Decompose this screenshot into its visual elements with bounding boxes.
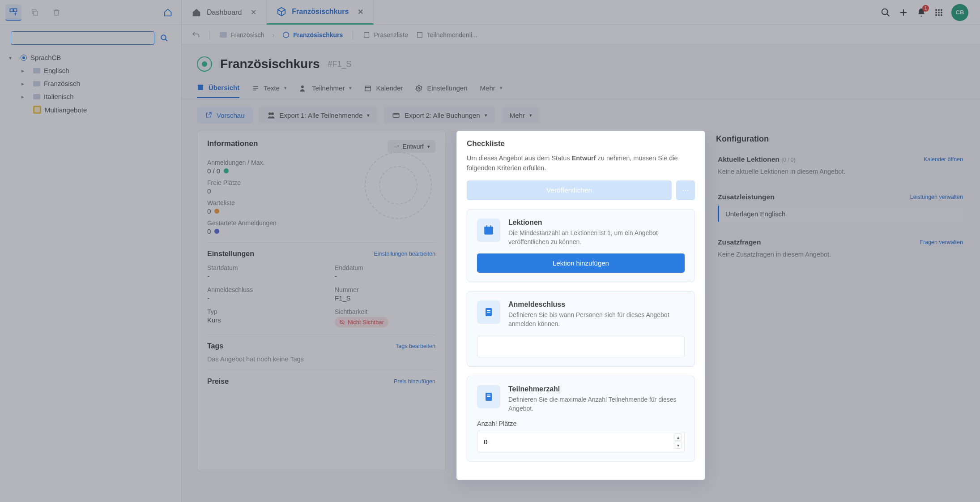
chevron-down-icon: ▾ (367, 112, 370, 118)
calendar-icon (477, 219, 500, 242)
subtab-overview[interactable]: Übersicht (197, 78, 239, 98)
info-title: Informationen (207, 139, 258, 148)
back-icon[interactable] (192, 31, 200, 39)
svg-rect-12 (938, 9, 939, 10)
svg-rect-32 (484, 227, 493, 229)
home-tool[interactable] (160, 4, 176, 21)
status-indicator-icon (197, 56, 212, 72)
svg-rect-16 (941, 12, 942, 13)
subtab-texts[interactable]: Texte▾ (252, 79, 287, 97)
chevron-down-icon: ▾ (349, 85, 352, 91)
avatar[interactable]: CB (951, 4, 968, 21)
more-actions-button[interactable]: Mehr▾ (502, 107, 540, 124)
add-icon[interactable] (899, 8, 908, 17)
checklist-intro: Um dieses Angebot aus dem Status Entwurf… (467, 154, 695, 173)
svg-rect-1 (14, 9, 17, 12)
manage-questions-link[interactable]: Fragen verwalten (920, 239, 963, 245)
svg-rect-21 (417, 32, 422, 37)
stepper-up-icon[interactable]: ▴ (674, 433, 682, 441)
tree-item-englisch[interactable]: ▸Englisch (20, 64, 174, 77)
svg-rect-33 (486, 225, 487, 227)
svg-point-7 (882, 9, 888, 14)
chevron-down-icon: ▾ (9, 55, 17, 61)
manage-extras-link[interactable]: Leistungen verwalten (910, 194, 963, 200)
tab-dashboard[interactable]: Dashboard ✕ (182, 0, 267, 25)
preview-button[interactable]: Vorschau (197, 107, 253, 124)
svg-rect-40 (487, 396, 490, 397)
copy-tool[interactable] (27, 4, 43, 21)
main: Dashboard ✕ Französischkurs ✕ 1 CB Franz… (182, 0, 980, 502)
svg-rect-39 (487, 395, 490, 395)
open-calendar-link[interactable]: Kalender öffnen (924, 156, 963, 163)
subtab-more[interactable]: Mehr▾ (480, 79, 503, 97)
status-dropdown[interactable]: Entwurf ▾ (388, 140, 435, 153)
dot-green-icon (224, 168, 229, 173)
svg-rect-14 (936, 12, 937, 13)
svg-rect-22 (198, 85, 203, 90)
chevron-right-icon: ▸ (21, 94, 30, 100)
close-icon[interactable]: ✕ (251, 8, 256, 17)
crumb-course[interactable]: Französischkurs (282, 31, 343, 39)
svg-rect-20 (364, 32, 369, 37)
checklist-title: Checkliste (467, 139, 695, 148)
svg-point-28 (271, 112, 274, 115)
svg-line-8 (887, 13, 890, 16)
tree-item-italienisch[interactable]: ▸Italienisch (20, 90, 174, 103)
export2-button[interactable]: Export 2: Alle Buchungen▾ (384, 107, 495, 124)
dot-blue-icon (214, 229, 219, 234)
svg-point-23 (301, 86, 304, 88)
stepper-down-icon[interactable]: ▾ (674, 442, 682, 449)
svg-point-26 (418, 87, 420, 89)
chevron-right-icon: ▸ (21, 68, 30, 74)
add-price-link[interactable]: Preis hinzufügen (394, 378, 435, 385)
close-icon[interactable]: ✕ (358, 8, 363, 16)
check-card-lessons: LektionenDie Mindestanzahl an Lektionen … (467, 209, 695, 283)
crumb-participants[interactable]: Teilnehmendenli... (416, 31, 477, 39)
extra-item[interactable]: Unterlagen Englisch (718, 206, 963, 222)
visibility-badge: Nicht Sichtbar (335, 317, 388, 327)
crumb-presence[interactable]: Präsenzliste (363, 31, 408, 39)
cube-icon (277, 7, 286, 17)
multi-icon (33, 106, 41, 114)
tree-item-multi[interactable]: Multiangebote (20, 103, 174, 116)
page-title: Französischkurs (220, 57, 320, 71)
info-panel: Informationen Entwurf ▾ Anmeldungen / Ma… (197, 131, 446, 471)
checklist-panel: Checkliste Um dieses Angebot aus dem Sta… (456, 131, 705, 480)
tree-item-franzoesisch[interactable]: ▸Französisch (20, 77, 174, 90)
svg-rect-34 (490, 225, 491, 227)
svg-rect-37 (487, 312, 490, 313)
config-title: Konfiguration (716, 134, 965, 144)
publish-button[interactable]: Veröffentlichen (467, 180, 672, 200)
dot-orange-icon (214, 209, 219, 214)
export1-button[interactable]: Export 1: Alle Teilnehmende▾ (259, 107, 378, 124)
crumb-franzoesisch[interactable]: Französisch (220, 31, 264, 39)
svg-rect-0 (10, 9, 13, 12)
svg-rect-19 (941, 14, 942, 16)
tree-root[interactable]: ▾ SprachCB (7, 51, 174, 64)
subtab-calendar[interactable]: Kalender (364, 79, 403, 97)
tab-course[interactable]: Französischkurs ✕ (267, 0, 374, 25)
donut-placeholder-icon (365, 152, 432, 219)
publish-more-button[interactable]: ⋯ (676, 180, 695, 200)
tree-search-button[interactable] (158, 32, 170, 44)
search-icon[interactable] (881, 8, 891, 17)
capacity-input[interactable] (477, 431, 685, 452)
apps-icon[interactable] (934, 8, 943, 17)
bell-icon[interactable]: 1 (916, 8, 926, 17)
add-lesson-button[interactable]: Lektion hinzufügen (477, 253, 685, 273)
chevron-down-icon: ▾ (500, 85, 503, 91)
deadline-input[interactable] (477, 336, 685, 357)
edit-settings-link[interactable]: Einstellungen bearbeiten (374, 251, 435, 257)
tree-search-input[interactable] (11, 31, 154, 45)
new-item-tool[interactable] (5, 4, 21, 21)
chevron-down-icon: ▾ (427, 144, 430, 150)
edit-tags-link[interactable]: Tags bearbeiten (396, 343, 435, 349)
delete-tool[interactable] (48, 4, 64, 21)
notif-badge: 1 (922, 5, 929, 12)
form-icon (477, 385, 500, 408)
svg-rect-18 (938, 14, 939, 16)
subtab-settings[interactable]: Einstellungen (415, 79, 467, 97)
svg-rect-4 (34, 11, 38, 15)
subtab-participants[interactable]: Teilnehmer▾ (299, 79, 352, 98)
folder-icon (33, 68, 40, 73)
